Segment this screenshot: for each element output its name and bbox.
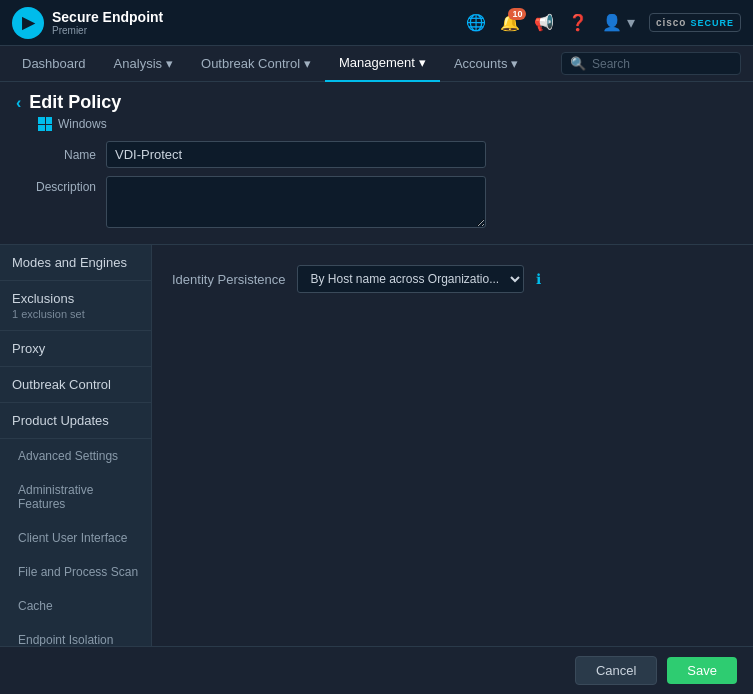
name-label: Name <box>16 148 96 162</box>
description-row: Description <box>16 176 737 228</box>
sidebar-item-file-process-scan[interactable]: File and Process Scan <box>0 555 151 589</box>
sidebar-item-outbreak-control[interactable]: Outbreak Control <box>0 367 151 402</box>
page: ‹ Edit Policy Windows Name Description <box>0 82 753 694</box>
notification-badge: 10 <box>508 8 526 20</box>
cisco-label: cisco <box>656 17 687 28</box>
app-name: Secure Endpoint <box>52 9 163 25</box>
page-title-row: ‹ Edit Policy <box>16 92 737 113</box>
topbar: ▶ Secure Endpoint Premier 🌐 🔔 10 📢 ❓ 👤 ▾… <box>0 0 753 46</box>
page-title: Edit Policy <box>29 92 121 113</box>
help-icon[interactable]: ❓ <box>568 13 588 32</box>
nav-accounts[interactable]: Accounts ▾ <box>440 46 532 82</box>
os-label: Windows <box>58 117 107 131</box>
footer: Cancel Save <box>0 646 753 694</box>
secure-label: SECURE <box>690 18 734 28</box>
nav-outbreak-control[interactable]: Outbreak Control ▾ <box>187 46 325 82</box>
sidebar-group-exclusions: Exclusions 1 exclusion set <box>0 281 151 331</box>
back-button[interactable]: ‹ <box>16 94 21 112</box>
sidebar-item-endpoint-isolation[interactable]: Endpoint Isolation <box>0 623 151 646</box>
sidebar-item-exclusions[interactable]: Exclusions 1 exclusion set <box>0 281 151 330</box>
search-icon: 🔍 <box>570 56 586 71</box>
main-layout: Modes and Engines Exclusions 1 exclusion… <box>0 245 753 646</box>
nav-management[interactable]: Management ▾ <box>325 46 440 82</box>
logo-text: Secure Endpoint Premier <box>52 9 163 36</box>
description-input[interactable] <box>106 176 486 228</box>
subnav: Dashboard Analysis ▾ Outbreak Control ▾ … <box>0 46 753 82</box>
info-icon[interactable]: ℹ <box>536 271 541 287</box>
sidebar-item-client-user-interface[interactable]: Client User Interface <box>0 521 151 555</box>
identity-persistence-select[interactable]: By Host name across Organizatio... By MA… <box>297 265 524 293</box>
sidebar-item-proxy[interactable]: Proxy <box>0 331 151 366</box>
cancel-button[interactable]: Cancel <box>575 656 657 685</box>
search-bar[interactable]: 🔍 <box>561 52 741 75</box>
sidebar-group-product-updates: Product Updates <box>0 403 151 439</box>
logo-area: ▶ Secure Endpoint Premier <box>12 7 172 39</box>
page-header: ‹ Edit Policy Windows Name Description <box>0 82 753 245</box>
sidebar-item-modes-engines[interactable]: Modes and Engines <box>0 245 151 280</box>
identity-persistence-row: Identity Persistence By Host name across… <box>172 265 733 293</box>
page-subtitle: Windows <box>38 117 737 131</box>
sidebar-item-product-updates[interactable]: Product Updates <box>0 403 151 438</box>
identity-persistence-label: Identity Persistence <box>172 272 285 287</box>
app-subtitle: Premier <box>52 25 163 36</box>
description-label: Description <box>16 180 96 194</box>
sidebar-item-cache[interactable]: Cache <box>0 589 151 623</box>
sidebar-group-proxy: Proxy <box>0 331 151 367</box>
sidebar-group-modes: Modes and Engines <box>0 245 151 281</box>
notification-icon[interactable]: 🔔 10 <box>500 13 520 32</box>
exclusion-count: 1 exclusion set <box>12 308 139 320</box>
save-button[interactable]: Save <box>667 657 737 684</box>
app-logo-icon: ▶ <box>12 7 44 39</box>
sidebar-item-administrative-features[interactable]: Administrative Features <box>0 473 151 521</box>
content-inner: Identity Persistence By Host name across… <box>152 245 753 313</box>
user-icon[interactable]: 👤 ▾ <box>602 13 634 32</box>
topbar-icons: 🌐 🔔 10 📢 ❓ 👤 ▾ cisco SECURE <box>466 13 741 32</box>
nav-dashboard[interactable]: Dashboard <box>8 46 100 82</box>
globe-icon[interactable]: 🌐 <box>466 13 486 32</box>
windows-icon <box>38 117 52 131</box>
name-row: Name <box>16 141 737 168</box>
cisco-brand: cisco SECURE <box>649 13 741 32</box>
search-input[interactable] <box>592 57 732 71</box>
sidebar-group-outbreak: Outbreak Control <box>0 367 151 403</box>
content-panel: Identity Persistence By Host name across… <box>152 245 753 646</box>
name-input[interactable] <box>106 141 486 168</box>
broadcast-icon[interactable]: 📢 <box>534 13 554 32</box>
sidebar: Modes and Engines Exclusions 1 exclusion… <box>0 245 152 646</box>
nav-analysis[interactable]: Analysis ▾ <box>100 46 187 82</box>
sidebar-item-advanced-settings[interactable]: Advanced Settings <box>0 439 151 473</box>
